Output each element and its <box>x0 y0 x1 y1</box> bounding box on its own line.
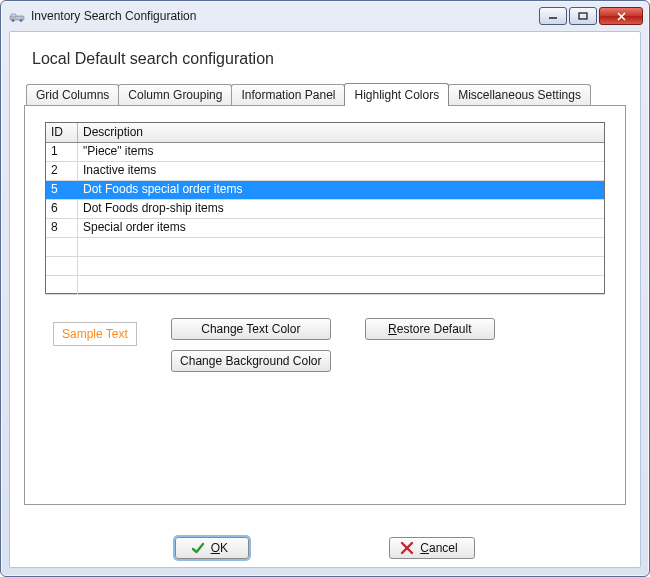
table-row-empty[interactable] <box>46 238 604 257</box>
grid-body: 1"Piece" items2Inactive items5Dot Foods … <box>46 143 604 295</box>
cell-id: 6 <box>46 200 78 218</box>
table-row[interactable]: 6Dot Foods drop-ship items <box>46 200 604 219</box>
grid-header: ID Description <box>46 123 604 143</box>
dialog-buttons: OK Cancel <box>10 537 640 559</box>
restore-default-button[interactable]: Restore Default <box>365 318 495 340</box>
change-background-color-button[interactable]: Change Background Color <box>171 350 331 372</box>
client-area: Local Default search configuration Grid … <box>9 31 641 568</box>
table-row[interactable]: 8Special order items <box>46 219 604 238</box>
cell-description: Inactive items <box>78 162 604 180</box>
tab-highlight-colors[interactable]: Highlight Colors <box>344 83 449 106</box>
tab-panel-highlight-colors: ID Description 1"Piece" items2Inactive i… <box>24 105 626 505</box>
tab-grid-columns[interactable]: Grid Columns <box>26 84 119 105</box>
column-header-id[interactable]: ID <box>46 123 78 142</box>
controls-row: Sample Text Change Text Color Change Bac… <box>41 318 609 372</box>
check-icon <box>191 541 205 555</box>
tab-strip: Grid ColumnsColumn GroupingInformation P… <box>26 82 626 105</box>
page-title: Local Default search configuration <box>32 50 622 68</box>
cell-id: 8 <box>46 219 78 237</box>
cell-id: 5 <box>46 181 78 199</box>
cell-id: 1 <box>46 143 78 161</box>
sample-text-preview: Sample Text <box>53 322 137 346</box>
table-row-empty[interactable] <box>46 276 604 295</box>
cancel-button-label: Cancel <box>420 541 457 555</box>
cell-description: Special order items <box>78 219 604 237</box>
tab-column-grouping[interactable]: Column Grouping <box>118 84 232 105</box>
app-icon <box>9 8 25 24</box>
ok-button[interactable]: OK <box>175 537 249 559</box>
window-title: Inventory Search Configuration <box>31 9 539 23</box>
column-header-description[interactable]: Description <box>78 123 604 142</box>
cancel-icon <box>400 541 414 555</box>
window-frame: Inventory Search Configuration Local Def… <box>0 0 650 577</box>
tab-information-panel[interactable]: Information Panel <box>231 84 345 105</box>
svg-rect-5 <box>579 13 587 19</box>
change-text-color-button[interactable]: Change Text Color <box>171 318 331 340</box>
minimize-button[interactable] <box>539 7 567 25</box>
table-row[interactable]: 5Dot Foods special order items <box>46 181 604 200</box>
tab-miscellaneous-settings[interactable]: Miscellaneous Settings <box>448 84 591 105</box>
ok-button-label: OK <box>211 541 228 555</box>
cell-description: Dot Foods special order items <box>78 181 604 199</box>
table-row[interactable]: 1"Piece" items <box>46 143 604 162</box>
svg-point-2 <box>12 19 15 22</box>
titlebar[interactable]: Inventory Search Configuration <box>1 1 649 31</box>
highlight-grid: ID Description 1"Piece" items2Inactive i… <box>45 122 605 294</box>
cell-id: 2 <box>46 162 78 180</box>
svg-point-3 <box>20 19 23 22</box>
cancel-button[interactable]: Cancel <box>389 537 474 559</box>
table-row-empty[interactable] <box>46 257 604 276</box>
restore-default-label: Restore Default <box>388 322 471 336</box>
cell-description: "Piece" items <box>78 143 604 161</box>
cell-description: Dot Foods drop-ship items <box>78 200 604 218</box>
maximize-button[interactable] <box>569 7 597 25</box>
svg-rect-1 <box>11 14 16 17</box>
window-controls <box>539 7 643 25</box>
table-row[interactable]: 2Inactive items <box>46 162 604 181</box>
close-button[interactable] <box>599 7 643 25</box>
